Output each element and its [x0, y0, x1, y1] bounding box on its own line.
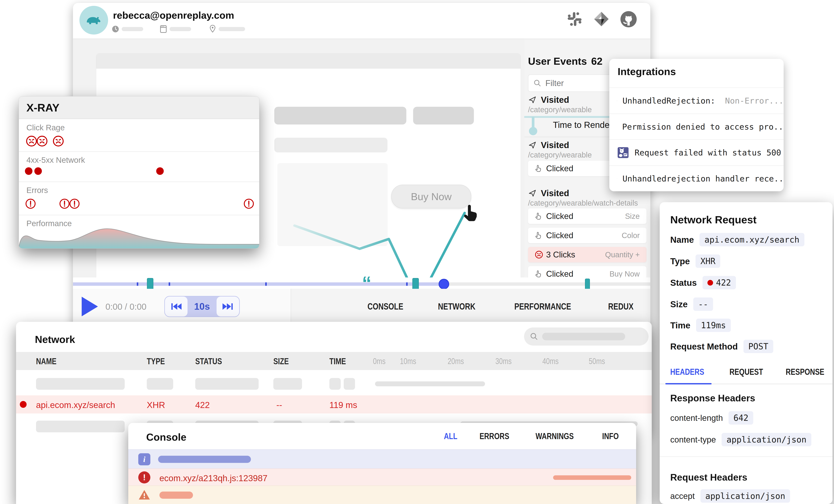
network-error-dot[interactable]: [25, 167, 32, 175]
tab-network[interactable]: NETWORK: [438, 301, 475, 312]
playhead[interactable]: [439, 279, 449, 289]
avatar: [80, 6, 108, 35]
col-time[interactable]: TIME: [329, 356, 346, 366]
event-clicked[interactable]: Clicked Size: [528, 209, 646, 224]
timeline-event-tick[interactable]: [265, 282, 267, 286]
integration-item[interactable]: Permission denied to access pro...: [609, 113, 784, 139]
error-icon[interactable]: [25, 198, 36, 209]
timeline-event-tick[interactable]: [137, 282, 138, 286]
browser-icon: [159, 24, 168, 34]
buy-now-button[interactable]: Buy Now: [391, 185, 471, 209]
event-clicked[interactable]: Clicked Buy Now: [528, 266, 646, 278]
col-type[interactable]: TYPE: [147, 356, 165, 366]
meta-skeleton: [170, 27, 191, 31]
network-error-dot[interactable]: [34, 167, 42, 175]
nr-tab-headers[interactable]: HEADERS: [670, 367, 704, 377]
tab-performance[interactable]: PERFORMANCE: [514, 301, 571, 312]
ttr-label[interactable]: Time to Render: [553, 120, 612, 130]
skip-amount[interactable]: 10s: [188, 297, 217, 316]
visited-icon: [528, 95, 537, 104]
sentry-icon: [617, 94, 617, 107]
nr-tab-request[interactable]: REQUEST: [729, 367, 763, 377]
error-icon[interactable]: [59, 198, 70, 209]
network-row-error[interactable]: api.ecom.xyz/search XHR 422 -- 119 ms: [16, 395, 652, 414]
click-target: Buy Now: [610, 270, 640, 278]
rage-icon[interactable]: [36, 135, 48, 147]
header-content-length: content-length 642: [670, 411, 753, 424]
request-type: XHR: [147, 400, 165, 410]
console-tab-info[interactable]: INFO: [602, 431, 619, 441]
slack-icon[interactable]: [567, 12, 582, 27]
github-icon[interactable]: [620, 10, 637, 28]
mockup-skeleton: [413, 107, 474, 125]
console-row-info[interactable]: i: [128, 449, 636, 469]
skip-back-button[interactable]: [165, 297, 188, 316]
network-search[interactable]: [524, 327, 649, 346]
error-icon[interactable]: [69, 198, 80, 209]
rage-icon[interactable]: [26, 135, 37, 147]
status-error-dot: [707, 280, 713, 286]
play-button[interactable]: [82, 297, 98, 316]
console-tab-warnings[interactable]: WARNINGS: [535, 431, 574, 441]
integration-item[interactable]: UnhandledRejection: Non-Error...: [609, 88, 784, 113]
xray-errors-label: Errors: [26, 186, 48, 195]
interaction-path: [281, 206, 479, 288]
tab-console[interactable]: CONSOLE: [368, 301, 403, 312]
session-user-email: rebecca@openreplay.com: [113, 9, 234, 21]
field-method-value: POST: [743, 340, 773, 353]
tab-redux[interactable]: REDUX: [608, 301, 634, 312]
event-visited[interactable]: Visited: [528, 140, 569, 150]
console-row-error[interactable]: ! ecom.xyz/a213qh.js:123987: [128, 468, 636, 486]
rage-icon: [535, 250, 543, 259]
player-controls-bar: 0:00 / 0:00 10s CONSOLE NETWORK PERFORMA…: [73, 289, 650, 325]
click-target: Size: [625, 212, 640, 220]
visited-icon: [528, 189, 537, 197]
timeline-track-rest[interactable]: [444, 282, 650, 286]
col-status[interactable]: STATUS: [195, 356, 222, 366]
col-name[interactable]: NAME: [36, 356, 57, 366]
click-hand-icon: [535, 165, 542, 172]
visited-icon: [528, 141, 537, 149]
console-tab-errors[interactable]: ERRORS: [480, 431, 509, 441]
timeline-issue-marker[interactable]: [585, 279, 590, 290]
console-row-warning[interactable]: [128, 485, 636, 504]
elastic-icon: [617, 172, 617, 185]
timeline-event-tick[interactable]: [169, 282, 170, 286]
field-time-value: 119ms: [696, 319, 731, 332]
status-error-dot: [20, 401, 27, 408]
integrations-panel: Integrations UnhandledRejection: Non-Err…: [609, 59, 784, 191]
integration-item[interactable]: Unhandledrejection handler rece..: [609, 166, 784, 191]
event-visited[interactable]: Visited: [528, 188, 569, 198]
network-error-dot[interactable]: [156, 167, 164, 175]
mockup-header: [96, 53, 521, 69]
network-row-skeleton[interactable]: [16, 375, 652, 393]
event-clicked[interactable]: Clicked Color: [528, 228, 646, 243]
console-tab-all[interactable]: ALL: [444, 431, 458, 441]
nr-tab-active-underline: [665, 383, 711, 385]
col-size[interactable]: SIZE: [273, 356, 289, 366]
click-target: Color: [621, 231, 640, 240]
console-error-source: ecom.xyz/a213qh.js:123987: [159, 473, 267, 483]
network-table-header: NAME TYPE STATUS SIZE TIME 0ms 10ms 20ms…: [16, 352, 652, 370]
field-name-value: api.ecom.xyz/search: [700, 233, 804, 246]
event-visited[interactable]: Visited: [528, 95, 569, 105]
click-hand-icon: [535, 270, 542, 278]
event-rage-clicks[interactable]: 3 Clicks Quantity +: [528, 247, 646, 262]
skip-forward-button[interactable]: [217, 297, 239, 316]
skip-back-icon: [170, 302, 183, 311]
ms-label: 50ms: [589, 356, 605, 366]
nr-tab-response[interactable]: RESPONSE: [786, 367, 825, 377]
session-topbar: rebecca@openreplay.com: [73, 3, 650, 39]
timeline-event-tick[interactable]: [406, 282, 408, 286]
rage-icon[interactable]: [52, 135, 64, 147]
search-skeleton: [542, 333, 625, 340]
visited-url: /category/wearable/watch-details: [528, 199, 638, 207]
performance-area-chart: [19, 226, 259, 248]
click-target: Quantity +: [605, 250, 640, 259]
location-pin-icon: [208, 24, 217, 34]
integration-item[interactable]: Request failed with status 500: [609, 139, 784, 166]
timeline-track-played[interactable]: [73, 282, 444, 286]
error-icon[interactable]: [243, 198, 254, 209]
gem-icon[interactable]: [593, 10, 610, 28]
mockup-skeleton: [274, 107, 407, 125]
